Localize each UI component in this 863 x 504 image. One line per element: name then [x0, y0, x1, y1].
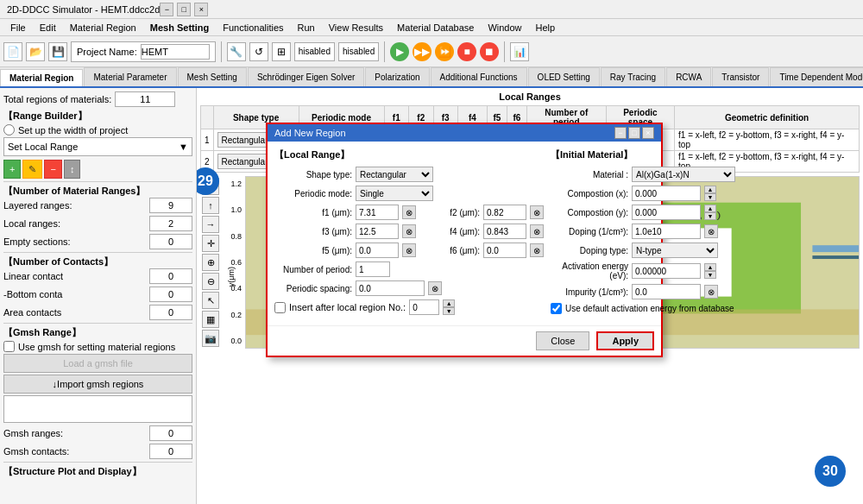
f6-input[interactable] — [483, 243, 526, 258]
setup-width-radio[interactable] — [3, 124, 15, 135]
hisabled-box1[interactable]: hisabled — [294, 42, 335, 61]
tab-additional-functions[interactable]: Additional Functions — [431, 67, 527, 86]
f3-clear-btn[interactable]: ⊗ — [402, 224, 416, 238]
bottom-contact-input[interactable] — [149, 287, 192, 302]
modal-close-btn[interactable]: × — [642, 127, 654, 139]
f5-input[interactable] — [356, 243, 399, 258]
project-name-input[interactable] — [141, 44, 210, 60]
linear-contact-input[interactable] — [149, 268, 192, 284]
load-gmsh-btn[interactable]: Load a gmsh file — [3, 354, 192, 373]
stop-btn[interactable]: ■ — [457, 42, 476, 61]
move-range-btn[interactable]: ↕ — [64, 160, 81, 179]
toolbar-save[interactable]: 💾 — [48, 42, 67, 61]
modal-max-btn[interactable]: □ — [628, 127, 640, 139]
act-energy-up-btn[interactable]: ▲ — [704, 263, 716, 271]
impurity-clear-btn[interactable]: ⊗ — [704, 285, 718, 299]
tab-mesh-setting[interactable]: Mesh Setting — [178, 67, 247, 86]
menu-edit[interactable]: Edit — [33, 21, 63, 35]
tool-up[interactable]: ↑ — [202, 197, 219, 214]
gmsh-ranges-input[interactable] — [149, 425, 192, 441]
periodic-spacing-input[interactable] — [356, 280, 425, 296]
menu-file[interactable]: File — [3, 21, 33, 35]
comp-x-down-btn[interactable]: ▼ — [704, 193, 716, 201]
f1-input[interactable] — [356, 205, 399, 220]
impurity-input[interactable] — [632, 284, 701, 299]
run-btn[interactable]: ▶ — [390, 42, 409, 61]
add-range-btn[interactable]: + — [3, 160, 21, 179]
use-default-checkbox[interactable] — [551, 303, 562, 314]
menu-view-results[interactable]: View Results — [322, 21, 390, 35]
toolbar-icon4[interactable]: ⊞ — [272, 42, 291, 61]
toolbar-open[interactable]: 📂 — [26, 42, 45, 61]
tab-polarization[interactable]: Polarization — [365, 67, 429, 86]
tool-zoom-in[interactable]: ⊕ — [202, 254, 219, 271]
hisabled-box2[interactable]: hisabled — [338, 42, 379, 61]
close-btn[interactable]: × — [194, 3, 208, 16]
menu-run[interactable]: Run — [291, 21, 322, 35]
f4-clear-btn[interactable]: ⊗ — [530, 224, 544, 238]
step-btn[interactable]: ⏩ — [435, 42, 454, 61]
comp-x-up-btn[interactable]: ▲ — [704, 186, 716, 193]
tool-region[interactable]: ▦ — [202, 311, 219, 328]
maximize-btn[interactable]: □ — [177, 3, 191, 16]
f5-clear-btn[interactable]: ⊗ — [402, 243, 416, 257]
doping-clear-btn[interactable]: ⊗ — [704, 224, 718, 238]
menu-functionalities[interactable]: Functionalities — [216, 21, 290, 35]
tab-material-region[interactable]: Material Region — [0, 69, 83, 88]
f6-clear-btn[interactable]: ⊗ — [530, 243, 544, 257]
tab-time-dependent[interactable]: Time Dependent Module — [770, 67, 863, 86]
tab-material-parameter[interactable]: Material Parameter — [84, 67, 176, 86]
tool-move[interactable]: ✛ — [202, 235, 219, 252]
use-gmsh-checkbox[interactable] — [3, 341, 15, 352]
menu-mesh-setting[interactable]: Mesh Setting — [143, 21, 216, 35]
doping-type-select[interactable]: N-type P-type — [632, 243, 718, 258]
tab-ray-tracing[interactable]: Ray Tracing — [601, 67, 665, 86]
layered-ranges-input[interactable] — [149, 198, 192, 213]
periodic-mode-select[interactable]: Single — [356, 186, 433, 201]
f2-clear-btn[interactable]: ⊗ — [530, 205, 544, 219]
minimize-btn[interactable]: − — [160, 3, 173, 16]
tab-schrodinger[interactable]: Schrödinger Eigen Solver — [248, 67, 364, 86]
num-period-input[interactable] — [356, 261, 390, 277]
f2-input[interactable] — [483, 205, 526, 220]
composition-y-input[interactable] — [632, 205, 701, 220]
tab-oled[interactable]: OLED Setting — [528, 67, 600, 86]
modal-min-btn[interactable]: − — [614, 127, 627, 139]
activation-energy-input[interactable] — [632, 263, 701, 279]
tool-cursor[interactable]: ↖ — [202, 292, 219, 309]
apply-modal-btn[interactable]: Apply — [596, 331, 654, 350]
tool-zoom-out[interactable]: ⊖ — [202, 273, 219, 290]
menu-help[interactable]: Help — [529, 21, 563, 35]
material-select[interactable]: Al(x)Ga(1-x)N — [632, 167, 735, 182]
tool-right[interactable]: → — [202, 216, 219, 233]
f3-input[interactable] — [356, 224, 399, 239]
toolbar-chart[interactable]: 📊 — [510, 42, 529, 61]
toolbar-icon2[interactable]: 🔧 — [227, 42, 246, 61]
tab-rcwa[interactable]: RCWA — [666, 67, 711, 86]
insert-after-down-btn[interactable]: ▼ — [443, 307, 455, 315]
pause-btn[interactable]: ▶▶ — [413, 42, 432, 61]
menu-window[interactable]: Window — [481, 21, 528, 35]
total-regions-input[interactable] — [115, 91, 175, 107]
set-local-range-dropdown[interactable]: Set Local Range ▼ — [3, 137, 192, 156]
tab-transistor[interactable]: Transistor — [712, 67, 769, 86]
edit-range-btn[interactable]: ✎ — [22, 160, 42, 179]
import-gmsh-btn[interactable]: ↓Import gmsh regions — [3, 375, 192, 394]
menu-material-database[interactable]: Material Database — [390, 21, 481, 35]
doping-input[interactable] — [632, 224, 701, 239]
f1-clear-btn[interactable]: ⊗ — [402, 205, 416, 219]
local-ranges-input[interactable] — [149, 216, 192, 231]
insert-after-checkbox[interactable] — [274, 302, 286, 313]
insert-after-input[interactable] — [409, 299, 439, 315]
gmsh-contacts-input[interactable] — [149, 444, 192, 459]
menu-material-region[interactable]: Material Region — [63, 21, 143, 35]
empty-sections-input[interactable] — [149, 234, 192, 249]
act-energy-down-btn[interactable]: ▼ — [704, 271, 716, 279]
stop2-btn[interactable]: ⏹ — [480, 42, 499, 61]
toolbar-icon3[interactable]: ↺ — [249, 42, 268, 61]
tool-camera[interactable]: 📷 — [202, 330, 219, 347]
shape-type-select[interactable]: Rectangular — [356, 167, 433, 182]
composition-x-input[interactable] — [632, 186, 701, 201]
f4-input[interactable] — [483, 224, 526, 239]
periodic-spacing-clear-btn[interactable]: ⊗ — [428, 281, 442, 295]
